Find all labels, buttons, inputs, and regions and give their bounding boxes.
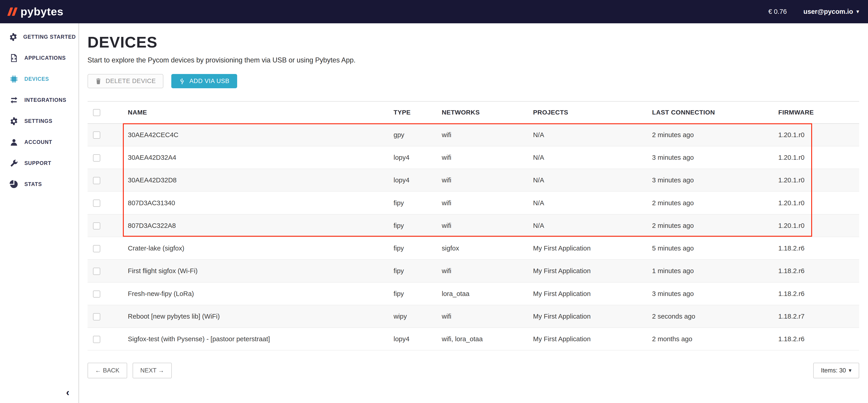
column-header-last-connection: LAST CONNECTION [648, 101, 774, 124]
row-checkbox[interactable] [93, 154, 100, 161]
cog-icon [9, 33, 18, 41]
device-projects: N/A [529, 191, 648, 214]
delete-device-button[interactable]: DELETE DEVICE [88, 74, 164, 89]
row-checkbox[interactable] [93, 222, 100, 230]
items-per-page-dropdown[interactable]: Items: 30 ▾ [813, 363, 859, 378]
device-projects: My First Application [529, 282, 648, 305]
table-row[interactable]: 30AEA42CEC4C gpy wifi N/A 2 minutes ago … [88, 124, 859, 146]
row-checkbox[interactable] [93, 290, 100, 298]
table-row[interactable]: Reboot [new pybytes lib] (WiFi) wipy wif… [88, 305, 859, 328]
device-firmware: 1.18.2.r6 [774, 328, 859, 350]
chip-icon [9, 75, 19, 84]
back-button[interactable]: ← BACK [88, 363, 127, 378]
row-checkbox[interactable] [93, 245, 100, 252]
device-firmware: 1.18.2.r7 [774, 305, 859, 328]
device-firmware: 1.18.2.r6 [774, 259, 859, 282]
table-row[interactable]: 807D3AC31340 fipy wifi N/A 2 minutes ago… [88, 191, 859, 214]
gear-icon [9, 117, 19, 126]
device-table-body: 30AEA42CEC4C gpy wifi N/A 2 minutes ago … [88, 124, 859, 350]
device-last-connection: 3 minutes ago [648, 169, 774, 191]
device-projects: N/A [529, 124, 648, 146]
usb-icon [179, 78, 185, 84]
device-last-connection: 2 months ago [648, 328, 774, 350]
table-row[interactable]: 807D3AC322A8 fipy wifi N/A 2 minutes ago… [88, 214, 859, 237]
sidebar-item-applications[interactable]: APPLICATIONS [0, 48, 78, 68]
chevron-down-icon: ▾ [857, 9, 859, 14]
device-projects: N/A [529, 214, 648, 237]
row-checkbox[interactable] [93, 313, 100, 320]
table-row[interactable]: Fresh-new-fipy (LoRa) fipy lora_otaa My … [88, 282, 859, 305]
device-firmware: 1.18.2.r6 [774, 237, 859, 259]
column-header-name: NAME [124, 101, 389, 124]
device-projects: My First Application [529, 259, 648, 282]
sidebar-item-getting-started[interactable]: GETTING STARTED [0, 27, 78, 48]
table-header-row: NAME TYPE NETWORKS PROJECTS LAST CONNECT… [88, 101, 859, 124]
device-table: NAME TYPE NETWORKS PROJECTS LAST CONNECT… [88, 101, 859, 351]
top-navbar: pybytes € 0.76 user@pycom.io ▾ [0, 0, 868, 23]
row-checkbox[interactable] [93, 177, 100, 184]
device-name: Fresh-new-fipy (LoRa) [124, 282, 389, 305]
device-name: First flight sigfox (Wi-Fi) [124, 259, 389, 282]
device-networks: wifi [437, 259, 529, 282]
table-row[interactable]: 30AEA42D32D8 lopy4 wifi N/A 3 minutes ag… [88, 169, 859, 191]
device-projects: My First Application [529, 328, 648, 350]
device-name: Sigfox-test (with Pysense) - [pastoor pe… [124, 328, 389, 350]
device-projects: My First Application [529, 305, 648, 328]
device-name: 807D3AC322A8 [124, 214, 389, 237]
sidebar-item-settings[interactable]: SETTINGS [0, 111, 78, 132]
table-row[interactable]: First flight sigfox (Wi-Fi) fipy wifi My… [88, 259, 859, 282]
device-last-connection: 3 minutes ago [648, 282, 774, 305]
device-type: lopy4 [389, 146, 437, 169]
user-menu[interactable]: user@pycom.io ▾ [804, 8, 859, 16]
add-via-usb-button[interactable]: ADD VIA USB [171, 74, 237, 89]
sidebar-item-account[interactable]: ACCOUNT [0, 132, 78, 153]
device-type: fipy [389, 259, 437, 282]
select-all-checkbox[interactable] [93, 109, 100, 116]
device-last-connection: 1 minutes ago [648, 259, 774, 282]
device-firmware: 1.20.1.r0 [774, 214, 859, 237]
device-last-connection: 2 seconds ago [648, 305, 774, 328]
device-networks: sigfox [437, 237, 529, 259]
device-type: gpy [389, 124, 437, 146]
row-checkbox[interactable] [93, 336, 100, 343]
device-type: lopy4 [389, 328, 437, 350]
main-content: DEVICES Start to explore the Pycom devic… [79, 23, 868, 403]
sidebar-item-support[interactable]: SUPPORT [0, 153, 78, 174]
next-button[interactable]: NEXT → [133, 363, 172, 378]
device-type: fipy [389, 191, 437, 214]
row-checkbox[interactable] [93, 268, 100, 275]
page-title: DEVICES [88, 33, 859, 51]
arrows-icon [9, 96, 19, 104]
brand-logo[interactable]: pybytes [9, 5, 63, 18]
wrench-icon [9, 159, 19, 168]
device-projects: N/A [529, 169, 648, 191]
device-networks: wifi [437, 169, 529, 191]
table-row[interactable]: Crater-lake (sigfox) fipy sigfox My Firs… [88, 237, 859, 259]
sidebar-item-integrations[interactable]: INTEGRATIONS [0, 90, 78, 111]
device-type: fipy [389, 282, 437, 305]
device-firmware: 1.20.1.r0 [774, 124, 859, 146]
row-checkbox[interactable] [93, 131, 100, 139]
pagination: ← BACK NEXT → Items: 30 ▾ [88, 363, 859, 389]
sidebar-collapse-icon[interactable]: ‹ [66, 388, 69, 397]
sidebar: GETTING STARTED APPLICATIONS DEVICES INT… [0, 23, 79, 403]
file-code-icon [9, 54, 19, 62]
column-header-projects: PROJECTS [529, 101, 648, 124]
device-networks: wifi [437, 214, 529, 237]
device-projects: N/A [529, 146, 648, 169]
table-row[interactable]: Sigfox-test (with Pysense) - [pastoor pe… [88, 328, 859, 350]
sidebar-nav: GETTING STARTED APPLICATIONS DEVICES INT… [0, 27, 78, 195]
device-firmware: 1.20.1.r0 [774, 169, 859, 191]
device-networks: wifi, lora_otaa [437, 328, 529, 350]
device-name: Reboot [new pybytes lib] (WiFi) [124, 305, 389, 328]
sidebar-item-devices[interactable]: DEVICES [0, 68, 78, 90]
column-header-networks: NETWORKS [437, 101, 529, 124]
column-header-firmware: FIRMWARE [774, 101, 859, 124]
device-networks: wifi [437, 146, 529, 169]
row-checkbox[interactable] [93, 199, 100, 207]
table-row[interactable]: 30AEA42D32A4 lopy4 wifi N/A 3 minutes ag… [88, 146, 859, 169]
user-email: user@pycom.io [804, 8, 853, 16]
brand-name: pybytes [20, 5, 63, 18]
device-firmware: 1.20.1.r0 [774, 146, 859, 169]
sidebar-item-stats[interactable]: STATS [0, 174, 78, 195]
